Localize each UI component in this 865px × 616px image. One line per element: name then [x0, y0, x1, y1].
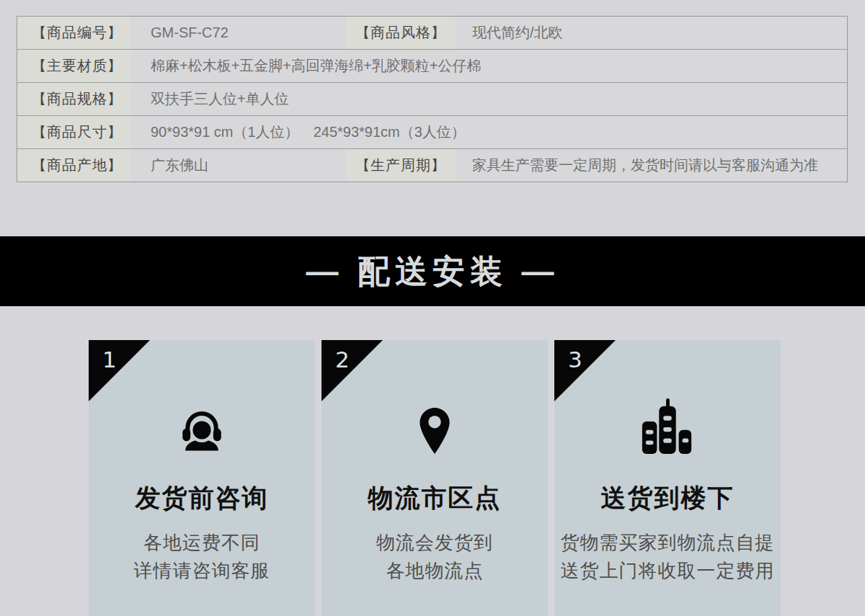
table-row: 【主要材质】 棉麻+松木板+五金脚+高回弹海绵+乳胶颗粒+公仔棉 — [17, 50, 847, 83]
card-description-line: 详情请咨询客服 — [89, 557, 315, 585]
delivery-info-cards: 1 发货前咨询 各地运费不同 详情请咨询客服 2 物流市区点 — [89, 340, 781, 616]
card-number: 2 — [335, 347, 350, 372]
spec-label: 【主要材质】 — [17, 50, 130, 82]
spec-label: 【商品尺寸】 — [17, 116, 130, 148]
card-delivery-downstairs: 3 送货到楼下 货物需买家到物流点自提 送货上门将收取一定费用 — [554, 340, 781, 616]
card-description: 货物需买家到物流点自提 送货上门将收取一定费用 — [554, 529, 781, 585]
card-logistics-point: 2 物流市区点 物流会发货到 各地物流点 — [321, 340, 548, 616]
product-spec-table: 【商品编号】 GM-SF-C72 【商品风格】 现代简约/北欧 【主要材质】 棉… — [17, 16, 848, 182]
card-description-line: 各地物流点 — [321, 557, 548, 585]
spec-value: 双扶手三人位+单人位 — [130, 83, 847, 115]
table-row: 【商品规格】 双扶手三人位+单人位 — [17, 83, 847, 116]
card-number: 1 — [102, 347, 117, 372]
card-title: 送货到楼下 — [554, 481, 781, 515]
spec-value: 家具生产需要一定周期，发货时间请以与客服沟通为准 — [455, 149, 847, 182]
spec-label: 【商品编号】 — [17, 17, 130, 49]
spec-value: 棉麻+松木板+五金脚+高回弹海绵+乳胶颗粒+公仔棉 — [130, 50, 847, 82]
card-title: 物流市区点 — [321, 481, 548, 515]
buildings-icon — [554, 392, 781, 455]
spec-label: 【商品风格】 — [347, 17, 455, 49]
card-pre-shipping-consult: 1 发货前咨询 各地运费不同 详情请咨询客服 — [89, 340, 315, 616]
spec-label: 【生产周期】 — [347, 149, 455, 182]
customer-service-headset-icon — [89, 392, 315, 455]
spec-value: 现代简约/北欧 — [455, 17, 847, 49]
delivery-install-banner: — 配送安装 — — [0, 236, 865, 306]
spec-value: 90*93*91 cm（1人位） 245*93*91cm（3人位） — [130, 116, 847, 148]
card-title: 发货前咨询 — [89, 481, 315, 515]
card-description: 各地运费不同 详情请咨询客服 — [89, 529, 315, 585]
card-number: 3 — [568, 347, 582, 372]
table-row: 【商品编号】 GM-SF-C72 【商品风格】 现代简约/北欧 — [17, 17, 847, 50]
table-row: 【商品产地】 广东佛山 【生产周期】 家具生产需要一定周期，发货时间请以与客服沟… — [17, 149, 847, 182]
spec-label: 【商品规格】 — [17, 83, 130, 115]
card-description-line: 物流会发货到 — [321, 529, 548, 557]
table-row: 【商品尺寸】 90*93*91 cm（1人位） 245*93*91cm（3人位） — [17, 116, 847, 149]
card-description-line: 各地运费不同 — [89, 529, 315, 557]
card-description: 物流会发货到 各地物流点 — [321, 529, 548, 585]
spec-value: 广东佛山 — [130, 149, 347, 182]
spec-value: GM-SF-C72 — [130, 17, 347, 49]
section-title: — 配送安装 — — [306, 250, 559, 293]
card-description-line: 货物需买家到物流点自提 — [554, 529, 781, 557]
location-pin-icon — [321, 392, 548, 455]
card-description-line: 送货上门将收取一定费用 — [554, 557, 781, 585]
spec-label: 【商品产地】 — [17, 149, 130, 182]
